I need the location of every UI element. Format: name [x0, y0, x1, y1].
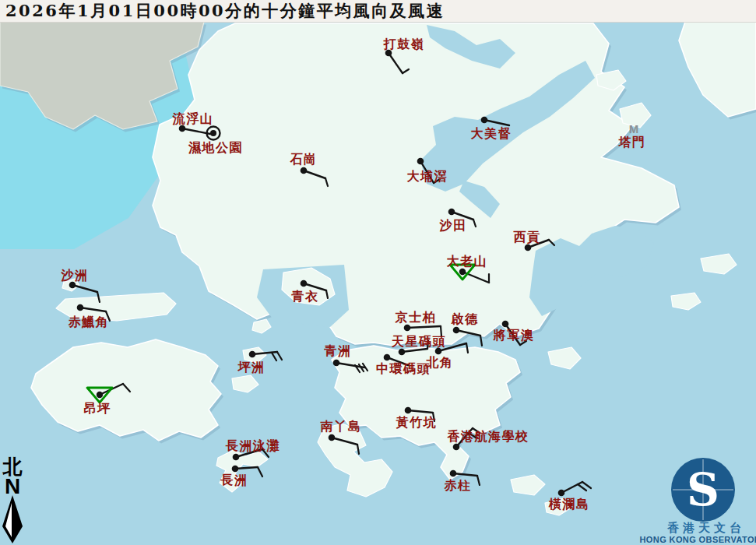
- station-label: 天星碼頭: [391, 334, 446, 349]
- station-label: 中環碼頭: [376, 361, 431, 376]
- station-dot-icon: [399, 349, 406, 356]
- station-dot-icon: [301, 167, 308, 174]
- station-label: 打鼓嶺: [383, 37, 425, 51]
- compass-north-en: N: [5, 474, 20, 498]
- station-label: 沙田: [439, 218, 467, 233]
- station-label: 赤鱲角: [68, 315, 110, 329]
- station-label: 大老山: [447, 254, 488, 269]
- missing-data-icon: M: [629, 122, 639, 135]
- station-dot-icon: [502, 321, 509, 328]
- station-dot-icon: [233, 454, 240, 461]
- station-dot-icon: [459, 269, 466, 275]
- station-label: 沙洲: [61, 268, 89, 283]
- station-dot-icon: [232, 466, 239, 473]
- station-label: 大美督: [471, 126, 512, 141]
- station-label: 青洲: [324, 343, 352, 358]
- station-label: 西貢: [513, 230, 541, 244]
- station-dot-icon: [450, 470, 457, 477]
- station-label: 塔門: [618, 135, 646, 149]
- hko-name-en: HONG KONG OBSERVATORY: [639, 535, 756, 544]
- title-bar: 2026年1月01日00時00分的十分鐘平均風向及風速: [0, 0, 756, 23]
- hko-name-cn: 香港天文台: [666, 521, 745, 535]
- map-title: 2026年1月01日00時00分的十分鐘平均風向及風速: [0, 0, 445, 22]
- station-dot-icon: [210, 130, 216, 136]
- station-label: 青衣: [291, 289, 319, 304]
- station-label: 啟德: [451, 311, 479, 326]
- station-label: 將軍澳: [493, 328, 535, 343]
- station-dot-icon: [435, 348, 442, 355]
- station-label: 昂坪: [84, 401, 111, 416]
- station-label: 長洲泳灘: [225, 438, 280, 453]
- map-canvas: 打鼓嶺流浮山濕地公園石崗大美督M塔門大埔滘沙田西貢大老山沙洲赤鱲角青衣坪洲青洲京…: [0, 0, 756, 545]
- station-label: 橫瀾島: [548, 497, 590, 512]
- station-dot-icon: [329, 434, 336, 441]
- station-dot-icon: [333, 360, 340, 367]
- station-label: 坪洲: [237, 360, 265, 374]
- station-dot-icon: [97, 392, 103, 398]
- station-dot-icon: [481, 117, 488, 124]
- station-dot-icon: [453, 327, 460, 334]
- station-dot-icon: [404, 325, 411, 332]
- station-dot-icon: [525, 244, 532, 251]
- station-dot-icon: [453, 444, 460, 451]
- station-label: 長洲: [220, 473, 248, 487]
- station-dot-icon: [384, 354, 391, 361]
- station-label: 香港航海學校: [447, 429, 529, 444]
- station-dot-icon: [558, 490, 565, 497]
- station-dot-icon: [301, 280, 308, 287]
- station-label: 濕地公園: [188, 140, 243, 155]
- station-label: 京士柏: [395, 310, 437, 325]
- station-dot-icon: [77, 304, 84, 311]
- station-label: 流浮山: [172, 111, 214, 126]
- hko-wind-map: 打鼓嶺流浮山濕地公園石崗大美督M塔門大埔滘沙田西貢大老山沙洲赤鱲角青衣坪洲青洲京…: [0, 0, 756, 545]
- hko-logo-monogram: S: [687, 463, 719, 516]
- station-label: 黃竹坑: [396, 415, 438, 430]
- station-dot-icon: [417, 158, 424, 165]
- station-dot-icon: [405, 407, 412, 414]
- station-label: 南丫島: [320, 419, 362, 434]
- station-label: 大埔滘: [407, 169, 448, 184]
- station-dot-icon: [448, 209, 455, 216]
- station-label: 石崗: [290, 152, 318, 167]
- station-label: 赤柱: [444, 478, 472, 493]
- station-dot-icon: [249, 351, 256, 358]
